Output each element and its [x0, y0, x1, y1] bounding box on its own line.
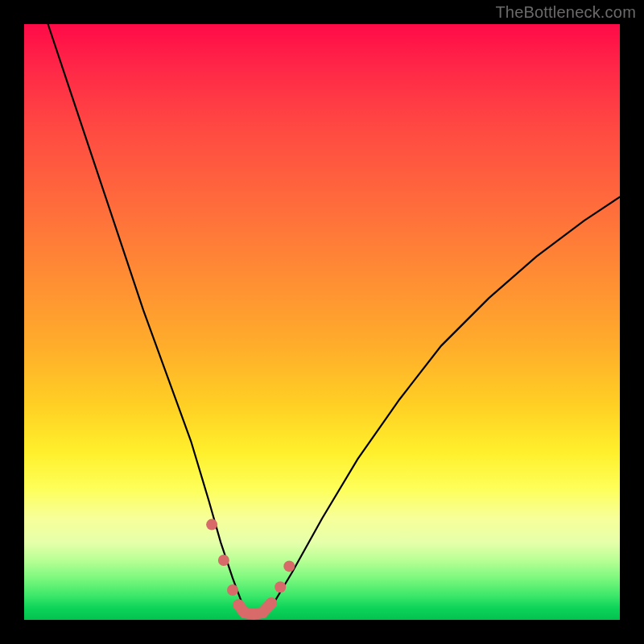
watermark-text: TheBottleneck.com: [495, 3, 636, 22]
trough-marker-dot: [275, 581, 286, 592]
chart-frame: TheBottleneck.com: [0, 0, 644, 644]
bottleneck-curve: [48, 24, 620, 614]
chart-overlay: [24, 24, 620, 620]
bottleneck-curve-path: [48, 24, 620, 614]
trough-marker-dot: [206, 519, 217, 530]
trough-markers: [206, 519, 295, 620]
trough-marker-dot: [266, 597, 277, 609]
trough-marker-dot: [283, 560, 295, 572]
trough-marker-dot: [218, 555, 229, 566]
trough-marker-dot: [257, 607, 268, 618]
trough-marker-dot: [227, 584, 238, 596]
